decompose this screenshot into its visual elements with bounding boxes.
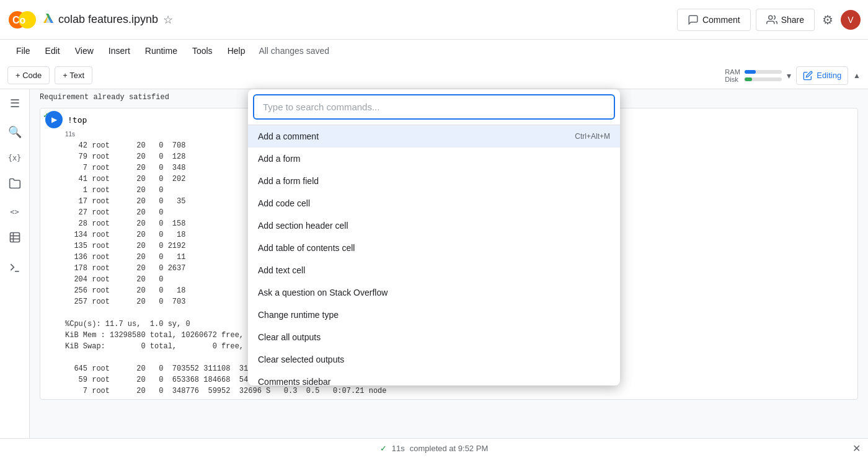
menu-file[interactable]: File <box>10 43 37 58</box>
header: Co colab features.ipynb ☆ Comment Share … <box>0 0 868 40</box>
command-shortcut: Ctrl+Alt+M <box>575 132 610 141</box>
disk-bar-bg <box>745 77 782 81</box>
share-button[interactable]: Share <box>756 9 815 31</box>
command-item[interactable]: Add a form field <box>248 170 620 192</box>
cell-code: !top <box>68 115 87 125</box>
hamburger-icon[interactable]: ☰ <box>7 94 22 113</box>
menu-edit[interactable]: Edit <box>39 43 66 58</box>
command-label: Add table of contents cell <box>258 243 355 253</box>
menubar: File Edit View Insert Runtime Tools Help… <box>0 40 868 62</box>
sidebar: ☰ 🔍 {x} <> <box>0 89 30 458</box>
command-list: Add a commentCtrl+Alt+MAdd a formAdd a f… <box>248 125 620 385</box>
code-sidebar-icon[interactable]: <> <box>7 205 21 219</box>
ram-bar-fill <box>745 70 756 74</box>
status-bar: ✓ 11s completed at 9:52 PM ✕ <box>0 438 868 458</box>
drive-icon <box>42 12 55 27</box>
ram-label: RAM <box>725 68 742 76</box>
command-item[interactable]: Add code cell <box>248 192 620 214</box>
edit-icon <box>803 71 813 81</box>
colab-logo: Co <box>7 5 37 35</box>
menu-runtime[interactable]: Runtime <box>139 43 184 58</box>
search-box <box>248 89 620 125</box>
disk-label: Disk <box>725 76 742 83</box>
command-item[interactable]: Ask a question on Stack Overflow <box>248 281 620 304</box>
status-message: completed at 9:52 PM <box>410 444 488 453</box>
terminal-sidebar-icon[interactable] <box>6 259 24 280</box>
command-item[interactable]: Clear selected outputs <box>248 348 620 371</box>
notes-sidebar-icon[interactable] <box>6 229 24 249</box>
toolbar: + Code + Text RAM Disk ▾ Editing ▲ <box>0 62 868 89</box>
menu-tools[interactable]: Tools <box>186 43 219 58</box>
comment-button[interactable]: Comment <box>677 9 751 31</box>
close-status-icon[interactable]: ✕ <box>852 443 861 454</box>
command-label: Comments sidebar <box>258 377 331 385</box>
svg-text:Co: Co <box>12 15 26 25</box>
ram-bar-bg <box>745 70 782 74</box>
command-item[interactable]: Clear all outputs <box>248 326 620 348</box>
toolbar-right: RAM Disk ▾ Editing ▲ <box>725 66 861 85</box>
editing-button[interactable]: Editing <box>796 66 848 85</box>
command-label: Add text cell <box>258 265 305 275</box>
dropdown-icon[interactable]: ▾ <box>787 71 791 81</box>
add-code-button[interactable]: + Code <box>7 66 50 84</box>
file-sidebar-icon[interactable] <box>6 175 24 195</box>
command-item[interactable]: Change runtime type <box>248 304 620 326</box>
star-icon[interactable]: ☆ <box>163 13 173 27</box>
command-item[interactable]: Add a commentCtrl+Alt+M <box>248 125 620 148</box>
avatar[interactable]: V <box>841 10 861 30</box>
status-time: 11s <box>392 444 405 453</box>
command-search-input[interactable] <box>253 94 615 120</box>
command-item[interactable]: Add text cell <box>248 259 620 281</box>
command-label: Ask a question on Stack Overflow <box>258 288 388 297</box>
command-item[interactable]: Add a form <box>248 148 620 170</box>
chevron-up-icon[interactable]: ▲ <box>853 71 861 80</box>
command-item[interactable]: Add section header cell <box>248 214 620 237</box>
svg-point-7 <box>768 15 772 19</box>
status-check-icon: ✓ <box>380 444 387 453</box>
svg-rect-8 <box>10 233 19 242</box>
disk-bar-fill <box>745 77 752 81</box>
menu-help[interactable]: Help <box>221 43 252 58</box>
command-label: Add a form field <box>258 176 319 186</box>
command-label: Add a form <box>258 154 300 164</box>
output-line: 7 root 20 0 348776 59952 32696 S 0.3 0.5… <box>65 385 852 397</box>
settings-icon[interactable]: ⚙ <box>822 12 833 27</box>
search-sidebar-icon[interactable]: 🔍 <box>6 123 24 141</box>
comment-icon <box>688 14 699 25</box>
header-actions: Comment Share ⚙ V <box>677 9 861 31</box>
command-label: Add section header cell <box>258 221 348 231</box>
ram-disk-indicator: RAM Disk <box>725 68 782 83</box>
command-label: Add a comment <box>258 131 319 141</box>
menu-insert[interactable]: Insert <box>102 43 136 58</box>
command-label: Clear all outputs <box>258 332 321 342</box>
command-item[interactable]: Add table of contents cell <box>248 237 620 259</box>
all-changes-saved: All changes saved <box>259 46 329 56</box>
menu-view[interactable]: View <box>69 43 100 58</box>
editing-label: Editing <box>817 71 841 80</box>
command-label: Clear selected outputs <box>258 355 344 364</box>
command-label: Add code cell <box>258 198 310 208</box>
command-label: Change runtime type <box>258 310 339 320</box>
add-text-button[interactable]: + Text <box>55 66 92 84</box>
cell-check-icon: ✓ <box>43 111 49 120</box>
share-icon <box>766 14 777 25</box>
variable-icon[interactable]: {x} <box>6 151 24 165</box>
file-title: colab features.ipynb <box>58 13 158 26</box>
command-item[interactable]: Comments sidebar <box>248 371 620 385</box>
command-palette: Add a commentCtrl+Alt+MAdd a formAdd a f… <box>248 89 620 385</box>
